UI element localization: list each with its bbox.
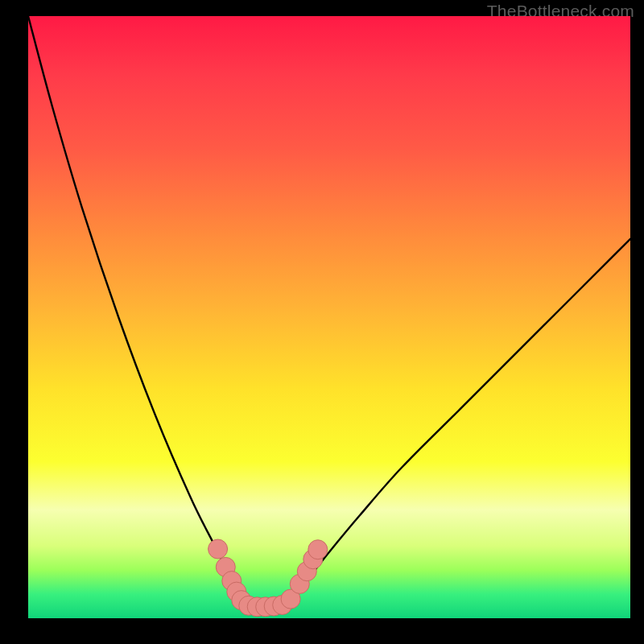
highlight-marker: [308, 540, 328, 559]
highlight-markers: [208, 539, 328, 617]
bottleneck-curve: [28, 16, 630, 606]
chart-stage: TheBottleneck.com: [0, 0, 644, 644]
curve-svg: [28, 16, 630, 618]
plot-area: [28, 16, 630, 618]
highlight-marker: [208, 539, 228, 559]
